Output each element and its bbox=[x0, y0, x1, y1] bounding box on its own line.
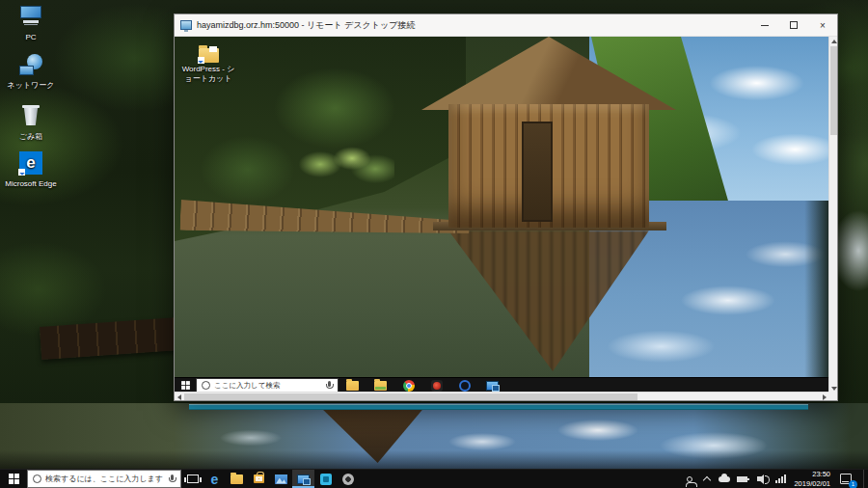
recycle-bin-icon bbox=[18, 105, 43, 130]
remote-taskbar: ここに入力して検索 bbox=[175, 377, 828, 393]
taskbar-photos[interactable] bbox=[270, 470, 292, 488]
remote-taskbar-file-explorer[interactable] bbox=[339, 378, 366, 393]
minimize-button[interactable] bbox=[750, 14, 779, 36]
scroll-right-arrow[interactable] bbox=[820, 393, 828, 401]
remote-taskbar-folder[interactable] bbox=[366, 378, 394, 393]
remote-search-placeholder: ここに入力して検索 bbox=[214, 381, 321, 391]
store-icon bbox=[254, 474, 264, 483]
rdp-titlebar[interactable]: hayamizdbg.orz.hm:50000 - リモート デスクトップ接続 … bbox=[175, 14, 837, 37]
pc-icon bbox=[18, 6, 43, 31]
ring-app-icon bbox=[459, 380, 471, 392]
search-circle-icon bbox=[202, 381, 210, 390]
search-circle-icon bbox=[33, 474, 41, 483]
desktop-icon-label: PC bbox=[2, 33, 60, 42]
horizontal-scrollbar[interactable] bbox=[175, 392, 828, 400]
folder-icon bbox=[199, 48, 219, 63]
desktop-icon-label: Microsoft Edge bbox=[2, 179, 60, 189]
windows-logo-icon bbox=[9, 474, 19, 484]
people-icon[interactable] bbox=[684, 474, 695, 485]
taskbar-file-explorer[interactable] bbox=[226, 470, 248, 488]
microphone-icon bbox=[168, 474, 176, 484]
tray-time: 23:50 bbox=[794, 470, 830, 478]
system-tray: 23:50 2019/02/01 1 bbox=[684, 470, 868, 488]
taskbar-store[interactable] bbox=[248, 470, 270, 488]
notification-badge: 1 bbox=[849, 480, 857, 488]
background-window-edge bbox=[189, 404, 808, 410]
edge-icon: e bbox=[18, 151, 43, 177]
photos-icon bbox=[275, 474, 287, 484]
remote-desktop-icon-label: WordPress - ショートカット bbox=[178, 65, 238, 83]
remote-search-box[interactable]: ここに入力して検索 bbox=[196, 378, 339, 393]
computer-icon bbox=[486, 381, 499, 391]
taskbar-app-cyan[interactable] bbox=[314, 470, 337, 488]
start-button[interactable] bbox=[0, 470, 27, 488]
taskbar-task-view[interactable] bbox=[181, 470, 203, 488]
desktop-icon-network[interactable]: ネットワーク bbox=[2, 54, 60, 91]
network-icon[interactable] bbox=[774, 474, 786, 485]
taskbar-app-gray[interactable] bbox=[337, 470, 359, 488]
remote-wallpaper-hut-door bbox=[522, 122, 553, 222]
host-search-placeholder: 検索するには、ここに入力します bbox=[45, 474, 164, 484]
host-search-box[interactable]: 検索するには、ここに入力します bbox=[27, 470, 181, 488]
shortcut-arrow-icon bbox=[198, 57, 204, 64]
remote-taskbar-chrome[interactable] bbox=[394, 378, 422, 393]
desktop-icon-edge[interactable]: e Microsoft Edge bbox=[2, 151, 60, 189]
desktop-icon-label: ネットワーク bbox=[2, 81, 60, 91]
file-explorer-icon bbox=[346, 381, 359, 391]
taskbar-remote-desktop-active[interactable] bbox=[292, 470, 314, 488]
desktop-icon-pc[interactable]: PC bbox=[2, 4, 60, 42]
maximize-button[interactable] bbox=[779, 14, 808, 36]
remote-taskbar-app-red[interactable] bbox=[422, 378, 450, 393]
red-app-icon bbox=[431, 380, 443, 392]
microphone-icon bbox=[325, 381, 333, 391]
horizontal-scrollbar-thumb[interactable] bbox=[184, 393, 637, 400]
file-explorer-icon bbox=[231, 474, 243, 484]
remote-desktop-app-icon bbox=[180, 20, 192, 30]
windows-logo-icon bbox=[181, 381, 190, 390]
network-icon bbox=[18, 54, 43, 79]
task-view-icon bbox=[187, 474, 199, 483]
vertical-scrollbar-thumb[interactable] bbox=[830, 46, 837, 135]
tray-clock[interactable]: 23:50 2019/02/01 bbox=[792, 470, 832, 488]
vertical-scrollbar[interactable] bbox=[828, 37, 837, 393]
remote-taskbar-computer[interactable] bbox=[478, 378, 506, 393]
hidden-icons-chevron-icon[interactable] bbox=[701, 474, 713, 485]
desktop-icon-label: ごみ箱 bbox=[2, 132, 60, 142]
remote-desktop-viewport: WordPress - ショートカット ここに入力して検索 bbox=[175, 37, 828, 393]
remote-taskbar-app-ring[interactable] bbox=[450, 378, 478, 393]
scrollbar-corner bbox=[828, 392, 837, 400]
taskbar-edge[interactable]: e bbox=[203, 470, 226, 488]
folder-icon bbox=[374, 381, 387, 391]
shortcut-arrow-icon bbox=[18, 169, 25, 176]
chrome-icon bbox=[403, 380, 415, 392]
volume-icon[interactable] bbox=[753, 474, 769, 485]
tray-date: 2019/02/01 bbox=[794, 479, 830, 488]
battery-icon[interactable] bbox=[736, 474, 747, 485]
action-center-button[interactable]: 1 bbox=[838, 474, 854, 485]
rdp-window: hayamizdbg.orz.hm:50000 - リモート デスクトップ接続 … bbox=[174, 14, 838, 401]
onedrive-cloud-icon[interactable] bbox=[719, 474, 730, 485]
scroll-left-arrow[interactable] bbox=[175, 393, 183, 401]
remote-start-button[interactable] bbox=[175, 378, 196, 393]
show-desktop-button[interactable] bbox=[863, 470, 867, 488]
cyan-app-icon bbox=[320, 474, 332, 485]
scroll-up-arrow[interactable] bbox=[829, 37, 838, 45]
rdp-window-title: hayamizdbg.orz.hm:50000 - リモート デスクトップ接続 bbox=[197, 19, 750, 32]
gray-app-icon bbox=[342, 474, 354, 485]
close-button[interactable]: × bbox=[808, 14, 837, 36]
remote-desktop-icon bbox=[297, 474, 310, 484]
edge-icon: e bbox=[211, 473, 219, 486]
desktop-icon-recycle-bin[interactable]: ごみ箱 bbox=[2, 104, 60, 142]
remote-desktop-icon-wordpress[interactable]: WordPress - ショートカット bbox=[178, 48, 238, 83]
host-taskbar: 検索するには、ここに入力します e 23:50 2019/02/01 1 bbox=[0, 469, 868, 488]
host-wallpaper-lake bbox=[0, 403, 868, 469]
remote-wallpaper-rocks bbox=[288, 139, 394, 185]
